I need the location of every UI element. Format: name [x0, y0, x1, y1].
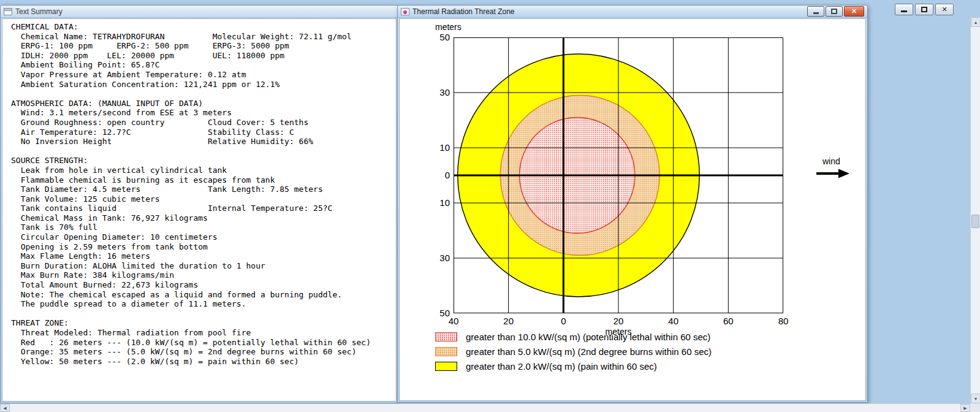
legend-row: greater than 10.0 kW/(sq m) (potentially…: [435, 332, 712, 342]
summary-line: ERPG-1: 100 ppm ERPG-2: 500 ppm ERPG-3: …: [11, 41, 396, 51]
legend-label: greater than 5.0 kW/(sq m) (2nd degree b…: [466, 346, 712, 357]
x-tick-label: 60: [715, 316, 742, 326]
summary-line: Vapor Pressure at Ambient Temperature: 0…: [11, 70, 396, 80]
summary-line: CHEMICAL DATA:: [11, 22, 396, 32]
summary-line: Ground Roughness: open country Cloud Cov…: [11, 118, 396, 128]
threat-zone-titlebar[interactable]: Thermal Radiation Threat Zone ✕: [398, 6, 867, 18]
minimize-icon: [813, 12, 819, 14]
red-zone-swatch: [435, 332, 457, 341]
summary-line: Max Flame Length: 16 meters: [11, 251, 396, 261]
text-summary-window-icon: [4, 8, 12, 15]
scroll-down-button[interactable]: ▼: [971, 394, 980, 403]
summary-line: THREAT ZONE:: [11, 318, 396, 328]
x-tick-label: 40: [440, 316, 467, 326]
minimize-button[interactable]: [807, 6, 824, 17]
text-summary-title: Text Summary: [15, 7, 63, 16]
y-tick-label: 30: [422, 87, 450, 97]
mdi-close-button[interactable]: ✕: [935, 4, 954, 15]
summary-line: Tank Diameter: 4.5 meters Tank Length: 7…: [11, 185, 396, 194]
y-tick-label: 10: [422, 142, 450, 153]
threat-zone-legend: greater than 10.0 kW/(sq m) (potentially…: [435, 332, 712, 376]
caption-buttons: ✕: [807, 6, 864, 17]
mdi-restore-button[interactable]: [915, 4, 933, 15]
x-tick-label: 80: [770, 316, 797, 326]
threat-zone-title: Thermal Radiation Threat Zone: [412, 7, 515, 16]
summary-line: Leak from hole in vertical cylindrical t…: [11, 166, 396, 175]
wind-label: wind: [822, 156, 860, 166]
summary-line: Ambient Boiling Point: 65.8?C: [11, 60, 396, 70]
summary-line: Burn Duration: ALOHA limited the duratio…: [11, 261, 396, 271]
summary-line: [11, 89, 396, 99]
summary-line: Circular Opening Diameter: 10 centimeter…: [11, 232, 396, 242]
scroll-right-button[interactable]: ▶: [960, 404, 970, 412]
wind-arrow-icon: [816, 168, 851, 179]
summary-line: Note: The chemical escaped as a liquid a…: [11, 290, 396, 300]
summary-line: Tank is 70% full: [11, 223, 396, 232]
scroll-up-icon: ▲: [974, 20, 978, 25]
wind-indicator: wind: [816, 156, 860, 179]
threat-zone-content: meters meters wind greater than 10.0 kW/…: [399, 18, 866, 401]
scroll-left-button[interactable]: ◀: [0, 404, 10, 412]
mdi-close-icon: ✕: [941, 6, 947, 13]
summary-line: Orange: 35 meters --- (5.0 kW/(sq m) = 2…: [11, 347, 396, 357]
summary-line: Chemical Mass in Tank: 76,927 kilograms: [11, 213, 396, 223]
orange-zone-swatch: [435, 347, 457, 356]
horizontal-scrollbar[interactable]: ◀ ▶: [0, 403, 970, 412]
x-tick-label: 0: [550, 316, 577, 326]
summary-line: Max Burn Rate: 384 kilograms/min: [11, 270, 396, 280]
summary-line: Flammable chemical is burning as it esca…: [11, 175, 396, 185]
threat-zone-window-icon: [401, 8, 409, 15]
summary-line: IDLH: 2000 ppm LEL: 20000 ppm UEL: 11800…: [11, 51, 396, 61]
aloha-mdi-workspace: Text Summary CHEMICAL DATA: Chemical Nam…: [0, 0, 980, 412]
scroll-down-icon: ▼: [974, 397, 978, 401]
vertical-scrollbar-thumb[interactable]: [971, 215, 979, 228]
x-tick-label: 20: [605, 316, 632, 326]
y-tick-label: 50: [422, 32, 450, 42]
summary-line: Yellow: 50 meters --- (2.0 kW/(sq m) = p…: [11, 357, 396, 367]
summary-line: Ambient Saturation Concentration: 121,24…: [11, 80, 396, 90]
threat-zone-plot: [454, 37, 783, 313]
summary-line: No Inversion Height Relative Humidity: 6…: [11, 137, 396, 147]
scroll-up-button[interactable]: ▲: [971, 17, 980, 27]
summary-line: Threat Modeled: Thermal radiation from p…: [11, 328, 396, 338]
threat-zone-window: Thermal Radiation Threat Zone ✕ meters m…: [397, 5, 868, 403]
scroll-right-icon: ▶: [963, 406, 967, 411]
mdi-minimize-icon: [901, 10, 907, 12]
maximize-button[interactable]: [826, 6, 843, 17]
maximize-icon: [831, 9, 837, 14]
summary-line: Wind: 3.1 meters/second from ESE at 3 me…: [11, 108, 396, 118]
summary-line: Tank Volume: 125 cubic meters: [11, 194, 396, 204]
summary-line: [11, 309, 396, 319]
summary-line: Opening is 2.59 meters from tank bottom: [11, 242, 396, 252]
y-tick-label: 30: [422, 253, 450, 263]
mdi-window-controls: ✕: [895, 4, 954, 15]
legend-row: greater than 2.0 kW/(sq m) (pain within …: [435, 361, 712, 372]
legend-row: greater than 5.0 kW/(sq m) (2nd degree b…: [435, 346, 712, 357]
text-summary-content[interactable]: CHEMICAL DATA: Chemical Name: TETRAHYDRO…: [2, 18, 397, 402]
y-tick-label: 10: [422, 197, 450, 208]
summary-line: SOURCE STRENGTH:: [11, 156, 396, 166]
close-icon: ✕: [851, 7, 857, 15]
vertical-scrollbar[interactable]: ▲ ▼: [970, 17, 980, 403]
summary-line: [11, 147, 396, 156]
summary-line: Tank contains liquid Internal Temperatur…: [11, 204, 396, 213]
x-tick-label: 20: [495, 316, 522, 326]
y-axis-title: meters: [435, 22, 462, 32]
summary-line: Red : 26 meters --- (10.0 kW/(sq m) = po…: [11, 338, 396, 348]
summary-line: Air Temperature: 12.7?C Stability Class:…: [11, 128, 396, 137]
summary-line: The puddle spread to a diameter of 11.1 …: [11, 299, 396, 309]
summary-line: Total Amount Burned: 22,673 kilograms: [11, 280, 396, 290]
legend-label: greater than 2.0 kW/(sq m) (pain within …: [466, 361, 657, 372]
close-button[interactable]: ✕: [844, 6, 864, 17]
mdi-minimize-button[interactable]: [895, 4, 913, 15]
legend-label: greater than 10.0 kW/(sq m) (potentially…: [466, 332, 710, 342]
text-summary-titlebar[interactable]: Text Summary: [1, 6, 398, 18]
x-tick-label: 40: [660, 316, 687, 326]
summary-line: ATMOSPHERIC DATA: (MANUAL INPUT OF DATA): [11, 99, 396, 109]
y-tick-label: 0: [422, 170, 450, 180]
summary-line: Chemical Name: TETRAHYDROFURAN Molecular…: [11, 32, 396, 42]
yellow-zone-swatch: [435, 362, 457, 371]
scroll-left-icon: ◀: [3, 406, 6, 411]
text-summary-window: Text Summary CHEMICAL DATA: Chemical Nam…: [0, 5, 398, 403]
scrollbar-corner: [970, 403, 980, 412]
